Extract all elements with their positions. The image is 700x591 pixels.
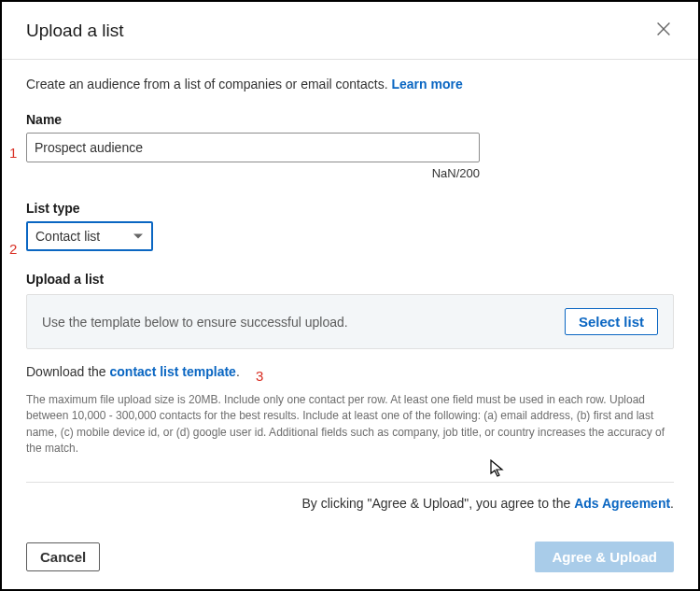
modal-title: Upload a list bbox=[26, 21, 124, 41]
char-counter: NaN/200 bbox=[26, 166, 480, 180]
cancel-button[interactable]: Cancel bbox=[26, 542, 100, 571]
agree-upload-button[interactable]: Agree & Upload bbox=[535, 542, 674, 572]
intro-label: Create an audience from a list of compan… bbox=[26, 77, 391, 91]
name-label: Name bbox=[26, 112, 674, 127]
list-type-select[interactable]: Contact list bbox=[26, 221, 153, 251]
download-line: Download the contact list template. bbox=[26, 364, 674, 379]
ads-agreement-link[interactable]: Ads Agreement bbox=[574, 496, 670, 511]
upload-hint: Use the template below to ensure success… bbox=[42, 315, 348, 330]
chevron-down-icon bbox=[133, 231, 144, 242]
intro-text: Create an audience from a list of compan… bbox=[26, 77, 674, 91]
agreement-prefix: By clicking "Agree & Upload", you agree … bbox=[302, 496, 575, 511]
close-button[interactable] bbox=[650, 15, 678, 46]
upload-box: Use the template below to ensure success… bbox=[26, 294, 674, 349]
agreement-line: By clicking "Agree & Upload", you agree … bbox=[26, 496, 674, 511]
close-icon bbox=[653, 19, 674, 39]
divider bbox=[26, 482, 674, 483]
upload-list-modal: Upload a list Create an audience from a … bbox=[0, 0, 700, 591]
download-prefix: Download the bbox=[26, 364, 110, 379]
agreement-suffix: . bbox=[670, 496, 674, 511]
contact-list-template-link[interactable]: contact list template bbox=[110, 364, 236, 379]
modal-header: Upload a list bbox=[2, 2, 698, 60]
select-list-button[interactable]: Select list bbox=[565, 308, 658, 335]
learn-more-link[interactable]: Learn more bbox=[391, 77, 462, 91]
list-type-label: List type bbox=[26, 201, 674, 216]
list-type-selected: Contact list bbox=[35, 229, 100, 244]
upload-fine-print: The maximum file upload size is 20MB. In… bbox=[26, 392, 674, 457]
modal-footer: Cancel Agree & Upload bbox=[2, 528, 698, 589]
download-suffix: . bbox=[236, 364, 240, 379]
name-input[interactable] bbox=[26, 133, 480, 162]
modal-body: Create an audience from a list of compan… bbox=[2, 60, 698, 528]
upload-label: Upload a list bbox=[26, 272, 674, 287]
